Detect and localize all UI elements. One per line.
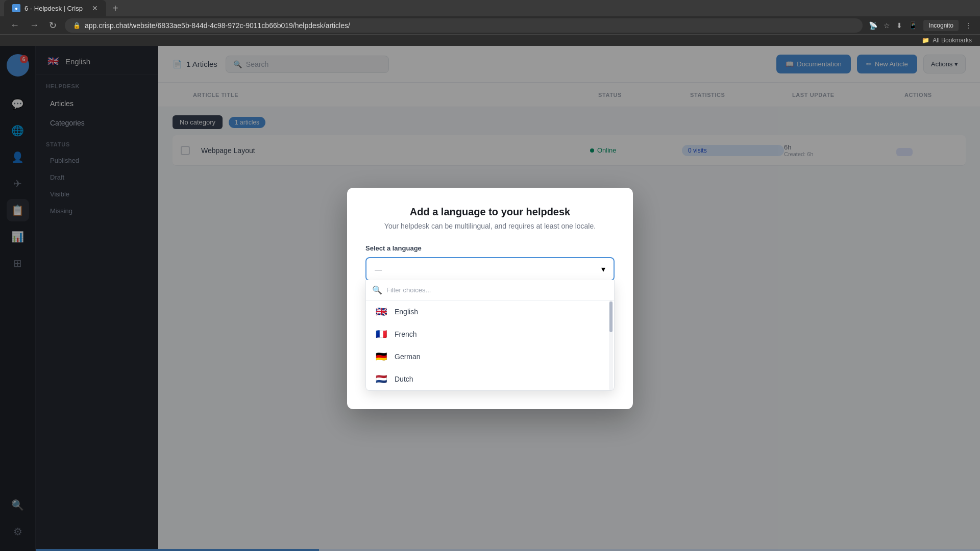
select-current-value: — <box>375 265 382 273</box>
back-button[interactable]: ← <box>8 18 21 33</box>
filter-input-wrapper: 🔍 <box>366 280 614 300</box>
dropdown-scrollbar[interactable] <box>609 300 613 390</box>
bookmarks-icon: 📁 <box>922 37 929 44</box>
browser-chrome: ● 6 - Helpdesk | Crisp ✕ + ← → ↻ 🔒 app.c… <box>0 0 980 46</box>
chevron-down-icon: ▾ <box>601 264 605 274</box>
search-icon: 🔍 <box>372 285 382 295</box>
new-tab-button[interactable]: + <box>108 1 122 16</box>
dutch-flag: 🇳🇱 <box>374 374 388 384</box>
tablet-icon[interactable]: 📱 <box>909 21 917 30</box>
tab-title: 6 - Helpdesk | Crisp <box>24 5 83 12</box>
url-text: app.crisp.chat/website/6833ae5b-844d-4c9… <box>85 21 350 30</box>
add-language-modal: Add a language to your helpdesk Your hel… <box>347 188 633 409</box>
address-bar[interactable]: 🔒 app.crisp.chat/website/6833ae5b-844d-4… <box>65 18 863 33</box>
browser-tab-active[interactable]: ● 6 - Helpdesk | Crisp ✕ <box>4 0 106 16</box>
language-option-english[interactable]: 🇬🇧 English <box>366 300 609 323</box>
incognito-badge: Incognito <box>923 20 959 31</box>
language-filter-input[interactable] <box>386 286 608 294</box>
tab-close-btn[interactable]: ✕ <box>92 4 98 12</box>
german-flag: 🇩🇪 <box>374 352 388 362</box>
nav-extras: 📡 ☆ ⬇ 📱 Incognito ⋮ <box>869 20 972 31</box>
french-label: French <box>395 330 417 338</box>
lock-icon: 🔒 <box>73 22 81 29</box>
language-option-german[interactable]: 🇩🇪 German <box>366 345 609 368</box>
select-language-label: Select a language <box>365 244 615 252</box>
english-label: English <box>395 308 418 316</box>
cast-icon: 📡 <box>869 21 877 30</box>
bookmarks-label: All Bookmarks <box>933 37 972 44</box>
english-flag: 🇬🇧 <box>374 307 388 317</box>
download-icon[interactable]: ⬇ <box>896 21 902 30</box>
scrollbar-thumb <box>609 302 612 332</box>
modal-subtitle: Your helpdesk can be multilingual, and r… <box>365 222 615 230</box>
menu-icon[interactable]: ⋮ <box>965 21 972 30</box>
dutch-label: Dutch <box>395 375 413 383</box>
browser-tabs: ● 6 - Helpdesk | Crisp ✕ + <box>0 0 980 16</box>
refresh-button[interactable]: ↻ <box>47 18 59 33</box>
bookmarks-bar: 📁 All Bookmarks <box>0 34 980 46</box>
french-flag: 🇫🇷 <box>374 329 388 339</box>
language-option-french[interactable]: 🇫🇷 French <box>366 323 609 345</box>
forward-button[interactable]: → <box>28 18 41 33</box>
language-option-dutch[interactable]: 🇳🇱 Dutch <box>366 368 609 390</box>
modal-overlay[interactable]: Add a language to your helpdesk Your hel… <box>0 46 980 551</box>
tab-favicon: ● <box>12 4 20 12</box>
star-icon[interactable]: ☆ <box>884 21 890 30</box>
german-label: German <box>395 353 421 361</box>
language-select-display[interactable]: — ▾ <box>365 257 615 281</box>
language-select-dropdown: 🔍 🇬🇧 English 🇫🇷 French 🇩🇪 German <box>365 280 615 391</box>
browser-nav-bar: ← → ↻ 🔒 app.crisp.chat/website/6833ae5b-… <box>0 16 980 34</box>
modal-title: Add a language to your helpdesk <box>365 206 615 218</box>
